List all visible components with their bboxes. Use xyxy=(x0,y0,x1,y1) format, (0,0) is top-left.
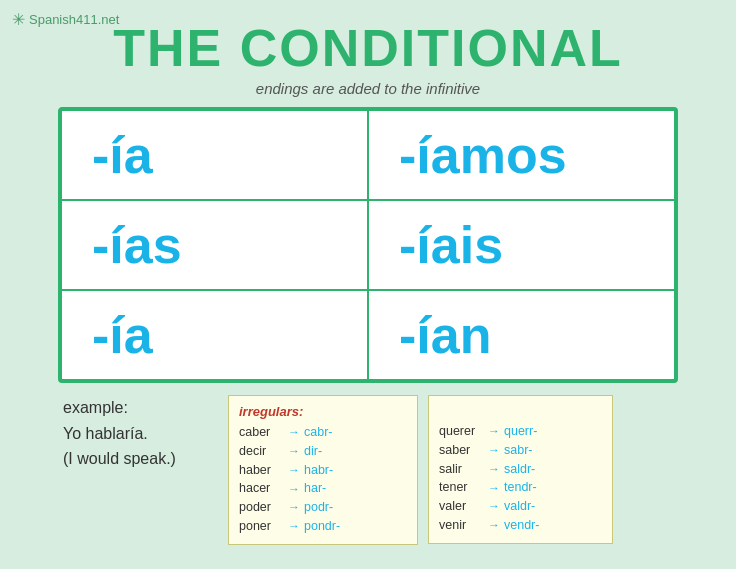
irreg-result: valdr- xyxy=(504,497,535,516)
irreg-arrow: → xyxy=(488,497,500,515)
irreg-arrow: → xyxy=(288,442,300,460)
cell-iamos-text: -íamos xyxy=(399,125,567,185)
irregulars-left-box: irregulars: caber→cabr-decir→dir-haber→h… xyxy=(228,395,418,545)
irreg-word: salir xyxy=(439,460,484,479)
irreg-result: vendr- xyxy=(504,516,539,535)
irreg-arrow: → xyxy=(488,460,500,478)
cell-iais-text: -íais xyxy=(399,215,503,275)
irreg-arrow: → xyxy=(288,480,300,498)
cell-ia-2-text: -ía xyxy=(92,305,153,365)
irreg-word: caber xyxy=(239,423,284,442)
example-label: example: xyxy=(63,395,218,421)
cell-ia-1: -ía xyxy=(61,110,368,200)
irregulars-right-box: querer→querr-saber→sabr-salir→saldr-tene… xyxy=(428,395,613,544)
subtitle: endings are added to the infinitive xyxy=(0,80,736,97)
irreg-left-row: poner→pondr- xyxy=(239,517,407,536)
irreg-arrow: → xyxy=(488,516,500,534)
cell-iais: -íais xyxy=(368,200,675,290)
irreg-left-row: poder→podr- xyxy=(239,498,407,517)
irreg-word: haber xyxy=(239,461,284,480)
irreg-word: decir xyxy=(239,442,284,461)
irreg-result: saldr- xyxy=(504,460,535,479)
irreg-word: poner xyxy=(239,517,284,536)
cell-ia-1-text: -ía xyxy=(92,125,153,185)
cell-ias-text: -ías xyxy=(92,215,182,275)
cell-iamos: -íamos xyxy=(368,110,675,200)
irreg-word: saber xyxy=(439,441,484,460)
irreg-result: cabr- xyxy=(304,423,332,442)
irreg-arrow: → xyxy=(488,479,500,497)
irreg-result: tendr- xyxy=(504,478,537,497)
irreg-result: dir- xyxy=(304,442,322,461)
irreg-result: podr- xyxy=(304,498,333,517)
irreg-left-row: hacer→har- xyxy=(239,479,407,498)
cell-ian-text: -ían xyxy=(399,305,491,365)
conjugation-grid: -ía -íamos -ías -íais -ía -ían xyxy=(58,107,678,383)
irreg-right-row: tener→tendr- xyxy=(439,478,602,497)
cell-ias: -ías xyxy=(61,200,368,290)
irreg-arrow: → xyxy=(488,441,500,459)
irreg-right-row: valer→valdr- xyxy=(439,497,602,516)
example-box: example: Yo hablaría. (I would speak.) xyxy=(58,395,218,472)
irreg-result: pondr- xyxy=(304,517,340,536)
logo-text: Spanish411.net xyxy=(29,12,119,27)
logo: ✳ Spanish411.net xyxy=(12,10,119,29)
example-line2: (I would speak.) xyxy=(63,446,218,472)
irreg-arrow: → xyxy=(288,517,300,535)
irreg-left-row: haber→habr- xyxy=(239,461,407,480)
irreg-result: har- xyxy=(304,479,326,498)
irregulars-right-list: querer→querr-saber→sabr-salir→saldr-tene… xyxy=(439,422,602,535)
irreg-right-row: querer→querr- xyxy=(439,422,602,441)
bottom-section: example: Yo hablaría. (I would speak.) i… xyxy=(58,395,678,545)
irreg-result: sabr- xyxy=(504,441,532,460)
irreg-arrow: → xyxy=(288,461,300,479)
irreg-left-row: decir→dir- xyxy=(239,442,407,461)
irreg-arrow: → xyxy=(488,422,500,440)
irreg-word: hacer xyxy=(239,479,284,498)
irreg-word: querer xyxy=(439,422,484,441)
irregulars-left-list: caber→cabr-decir→dir-haber→habr-hacer→ha… xyxy=(239,423,407,536)
irreg-result: querr- xyxy=(504,422,537,441)
logo-icon: ✳ xyxy=(12,10,25,29)
irreg-word: tener xyxy=(439,478,484,497)
irreg-arrow: → xyxy=(288,498,300,516)
example-line1: Yo hablaría. xyxy=(63,421,218,447)
irreg-word: venir xyxy=(439,516,484,535)
irreg-right-row: venir→vendr- xyxy=(439,516,602,535)
irreg-result: habr- xyxy=(304,461,333,480)
irreg-right-row: salir→saldr- xyxy=(439,460,602,479)
irreg-word: poder xyxy=(239,498,284,517)
cell-ian: -ían xyxy=(368,290,675,380)
irreg-left-row: caber→cabr- xyxy=(239,423,407,442)
irreg-arrow: → xyxy=(288,423,300,441)
irregulars-title: irregulars: xyxy=(239,404,407,419)
cell-ia-2: -ía xyxy=(61,290,368,380)
irreg-word: valer xyxy=(439,497,484,516)
irreg-right-row: saber→sabr- xyxy=(439,441,602,460)
